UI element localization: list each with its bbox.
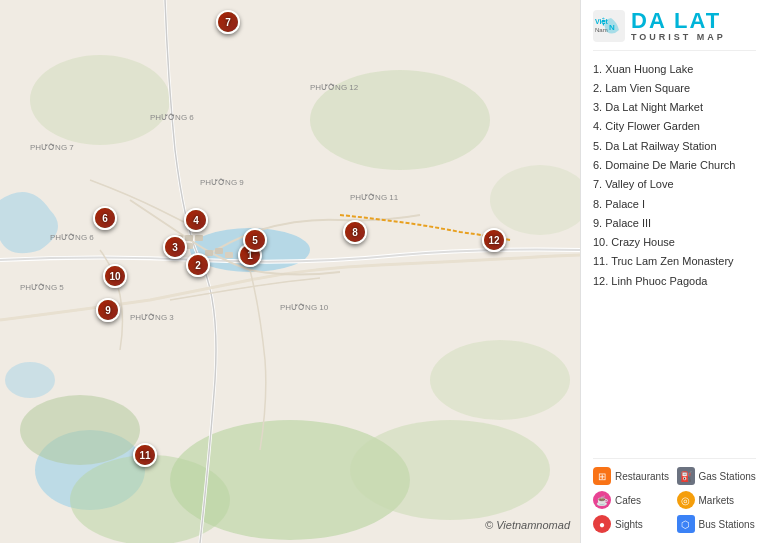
map-marker-10[interactable]: 10	[103, 264, 127, 288]
svg-text:PHƯỜNG 11: PHƯỜNG 11	[350, 193, 399, 202]
attraction-item: 7. Valley of Love	[593, 175, 756, 194]
svg-text:PHƯỜNG 6: PHƯỜNG 6	[150, 113, 194, 122]
svg-text:PHƯỜNG 9: PHƯỜNG 9	[200, 178, 244, 187]
bus-legend-icon: ⬡	[677, 515, 695, 533]
svg-rect-28	[225, 252, 233, 258]
marker-number-5: 5	[245, 230, 265, 250]
attraction-item: 4. City Flower Garden	[593, 117, 756, 136]
legend-item-bus: ⬡Bus Stations	[677, 515, 757, 533]
attractions-list: 1. Xuan Huong Lake2. Lam Vien Square3. D…	[593, 59, 756, 458]
attraction-item: 2. Lam Vien Square	[593, 78, 756, 97]
map-marker-9[interactable]: 9	[96, 298, 120, 322]
cafes-legend-label: Cafes	[615, 495, 641, 506]
svg-text:PHƯỜNG 3: PHƯỜNG 3	[130, 313, 174, 322]
marker-number-4: 4	[186, 210, 206, 230]
svg-text:PHƯỜNG 12: PHƯỜNG 12	[310, 83, 359, 92]
svg-text:N: N	[609, 23, 615, 32]
attraction-item: 5. Da Lat Railway Station	[593, 136, 756, 155]
svg-point-10	[30, 55, 170, 145]
map-marker-12[interactable]: 12	[482, 228, 506, 252]
logo-icon: Việt Nam N	[593, 10, 625, 42]
svg-point-8	[20, 395, 140, 465]
map-marker-8[interactable]: 8	[343, 220, 367, 244]
gas-legend-icon: ⛽	[677, 467, 695, 485]
marker-number-6: 6	[95, 208, 115, 228]
marker-number-3: 3	[165, 237, 185, 257]
legend-item-cafes: ☕Cafes	[593, 491, 673, 509]
marker-number-2: 2	[188, 255, 208, 275]
attraction-item: 6. Domaine De Marie Church	[593, 155, 756, 174]
attraction-item: 9. Palace III	[593, 213, 756, 232]
legend-item-restaurants: ⊞Restaurants	[593, 467, 673, 485]
marker-number-12: 12	[484, 230, 504, 250]
svg-rect-22	[185, 235, 193, 241]
restaurants-legend-icon: ⊞	[593, 467, 611, 485]
sidebar: Việt Nam N DA LAT TOURIST MAP 1. Xuan Hu…	[580, 0, 768, 543]
attraction-item: 11. Truc Lam Zen Monastery	[593, 252, 756, 271]
copyright-text: © Vietnamnomad	[485, 519, 570, 531]
markets-legend-icon: ◎	[677, 491, 695, 509]
map-marker-5[interactable]: 5	[243, 228, 267, 252]
marker-number-11: 11	[135, 445, 155, 465]
svg-text:PHƯỜNG 7: PHƯỜNG 7	[30, 143, 74, 152]
map-marker-11[interactable]: 11	[133, 443, 157, 467]
legend-section: ⊞Restaurants⛽Gas Stations☕Cafes◎Markets●…	[593, 458, 756, 533]
title-block: DA LAT TOURIST MAP	[631, 10, 726, 42]
svg-rect-23	[195, 235, 203, 241]
legend-item-markets: ◎Markets	[677, 491, 757, 509]
map-marker-7[interactable]: 7	[216, 10, 240, 34]
map-marker-2[interactable]: 2	[186, 253, 210, 277]
attraction-item: 8. Palace I	[593, 194, 756, 213]
sights-legend-label: Sights	[615, 519, 643, 530]
marker-number-8: 8	[345, 222, 365, 242]
cafes-legend-icon: ☕	[593, 491, 611, 509]
marker-number-7: 7	[218, 12, 238, 32]
map-marker-6[interactable]: 6	[93, 206, 117, 230]
attraction-item: 3. Da Lat Night Market	[593, 98, 756, 117]
legend-item-gas: ⛽Gas Stations	[677, 467, 757, 485]
logo-area: Việt Nam N DA LAT TOURIST MAP	[593, 10, 756, 51]
marker-number-9: 9	[98, 300, 118, 320]
attraction-item: 1. Xuan Huong Lake	[593, 59, 756, 78]
sights-legend-icon: ●	[593, 515, 611, 533]
svg-text:PHƯỜNG 10: PHƯỜNG 10	[280, 303, 329, 312]
attraction-item: 10. Crazy House	[593, 233, 756, 252]
svg-rect-27	[215, 248, 223, 254]
map-marker-4[interactable]: 4	[184, 208, 208, 232]
svg-point-7	[430, 340, 570, 420]
restaurants-legend-label: Restaurants	[615, 471, 669, 482]
bus-legend-label: Bus Stations	[699, 519, 755, 530]
legend-item-sights: ●Sights	[593, 515, 673, 533]
svg-text:PHƯỜNG 5: PHƯỜNG 5	[20, 283, 64, 292]
title-tourist-map: TOURIST MAP	[631, 32, 726, 42]
svg-point-6	[350, 420, 550, 520]
svg-text:PHƯỜNG 6: PHƯỜNG 6	[50, 233, 94, 242]
svg-point-3	[5, 362, 55, 398]
marker-number-10: 10	[105, 266, 125, 286]
attraction-item: 12. Linh Phuoc Pagoda	[593, 271, 756, 290]
gas-legend-label: Gas Stations	[699, 471, 756, 482]
markets-legend-label: Markets	[699, 495, 735, 506]
title-da-lat: DA LAT	[631, 10, 726, 32]
map-marker-3[interactable]: 3	[163, 235, 187, 259]
map-section: PHƯỜNG 7 PHƯỜNG 6 PHƯỜNG 12 PHƯỜNG 9 PHƯ…	[0, 0, 580, 543]
